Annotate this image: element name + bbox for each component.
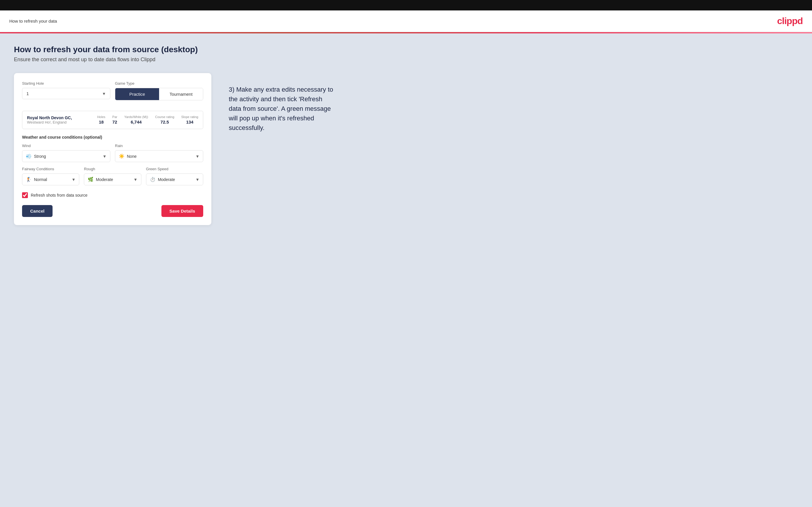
course-location: Westward Ho!, England bbox=[27, 120, 92, 124]
rough-section: Rough 🌿 Moderate ▼ bbox=[84, 167, 141, 185]
conditions-top-row: Wind 💨 Strong ▼ Rain ☀️ None ▼ bbox=[22, 144, 203, 162]
slope-rating-label: Slope rating bbox=[181, 115, 198, 119]
par-stat: Par 72 bbox=[112, 115, 117, 125]
tournament-button[interactable]: Tournament bbox=[159, 88, 203, 100]
button-row: Cancel Save Details bbox=[22, 205, 203, 217]
rain-select[interactable]: ☀️ None ▼ bbox=[115, 150, 203, 162]
rough-value: Moderate bbox=[96, 177, 131, 182]
green-speed-section: Green Speed ⏱️ Moderate ▼ bbox=[146, 167, 203, 185]
refresh-checkbox-row: Refresh shots from data source bbox=[22, 192, 203, 198]
fairway-value: Normal bbox=[34, 177, 69, 182]
top-form-row: Starting Hole 1 ▼ Game Type Practice Tou… bbox=[22, 81, 203, 106]
practice-button[interactable]: Practice bbox=[115, 88, 159, 100]
rain-label: Rain bbox=[115, 144, 203, 148]
page-subtitle: Ensure the correct and most up to date d… bbox=[14, 57, 798, 63]
course-row: Royal North Devon GC, Westward Ho!, Engl… bbox=[22, 111, 203, 129]
game-type-label: Game Type bbox=[115, 81, 203, 86]
top-bar bbox=[0, 0, 812, 10]
fairway-chevron-icon: ▼ bbox=[71, 177, 75, 182]
starting-hole-section: Starting Hole 1 ▼ bbox=[22, 81, 110, 100]
game-type-section: Game Type Practice Tournament bbox=[115, 81, 203, 100]
rain-icon: ☀️ bbox=[119, 154, 124, 159]
starting-hole-select[interactable]: 1 ▼ bbox=[22, 88, 110, 99]
fairway-select[interactable]: 🏌️ Normal ▼ bbox=[22, 173, 79, 185]
yards-stat: Yards/White (M)) 6,744 bbox=[124, 115, 148, 125]
course-rating-value: 72.5 bbox=[160, 119, 169, 124]
course-stats: Holes 18 Par 72 Yards/White (M)) 6,744 C… bbox=[97, 115, 198, 125]
starting-hole-value: 1 bbox=[27, 91, 102, 96]
wind-section: Wind 💨 Strong ▼ bbox=[22, 144, 110, 162]
holes-stat: Holes 18 bbox=[97, 115, 105, 125]
course-info: Royal North Devon GC, Westward Ho!, Engl… bbox=[27, 115, 92, 124]
wind-chevron-icon: ▼ bbox=[102, 154, 107, 159]
course-rating-label: Course rating bbox=[155, 115, 174, 119]
header-title: How to refresh your data bbox=[9, 18, 57, 23]
starting-hole-label: Starting Hole bbox=[22, 81, 110, 86]
conditions-bottom-row: Fairway Conditions 🏌️ Normal ▼ Rough 🌿 M… bbox=[22, 167, 203, 185]
description-text: 3) Make any extra edits necessary to the… bbox=[229, 85, 333, 132]
par-value: 72 bbox=[112, 119, 117, 124]
page-title: How to refresh your data from source (de… bbox=[14, 45, 798, 54]
rain-chevron-icon: ▼ bbox=[195, 154, 199, 159]
course-rating-stat: Course rating 72.5 bbox=[155, 115, 174, 125]
holes-label: Holes bbox=[97, 115, 105, 119]
rough-chevron-icon: ▼ bbox=[134, 177, 138, 182]
rain-section: Rain ☀️ None ▼ bbox=[115, 144, 203, 162]
rough-label: Rough bbox=[84, 167, 141, 171]
slope-rating-stat: Slope rating 134 bbox=[181, 115, 198, 125]
chevron-down-icon: ▼ bbox=[102, 91, 106, 96]
wind-label: Wind bbox=[22, 144, 110, 148]
refresh-checkbox[interactable] bbox=[22, 192, 28, 198]
par-label: Par bbox=[112, 115, 117, 119]
content-row: Starting Hole 1 ▼ Game Type Practice Tou… bbox=[14, 73, 798, 225]
green-speed-select[interactable]: ⏱️ Moderate ▼ bbox=[146, 173, 203, 185]
course-name: Royal North Devon GC, bbox=[27, 115, 92, 120]
holes-value: 18 bbox=[99, 119, 104, 124]
wind-select[interactable]: 💨 Strong ▼ bbox=[22, 150, 110, 162]
green-speed-chevron-icon: ▼ bbox=[195, 177, 199, 182]
fairway-icon: 🏌️ bbox=[26, 177, 32, 182]
yards-value: 6,744 bbox=[131, 119, 142, 124]
green-speed-label: Green Speed bbox=[146, 167, 203, 171]
rough-icon: 🌿 bbox=[88, 177, 94, 182]
save-button[interactable]: Save Details bbox=[161, 205, 203, 217]
cancel-button[interactable]: Cancel bbox=[22, 205, 53, 217]
header: How to refresh your data clippd bbox=[0, 10, 812, 32]
form-card: Starting Hole 1 ▼ Game Type Practice Tou… bbox=[14, 73, 211, 225]
conditions-title: Weather and course conditions (optional) bbox=[22, 135, 203, 139]
wind-icon: 💨 bbox=[26, 154, 32, 159]
green-speed-value: Moderate bbox=[158, 177, 193, 182]
fairway-label: Fairway Conditions bbox=[22, 167, 79, 171]
description-panel: 3) Make any extra edits necessary to the… bbox=[229, 73, 333, 132]
refresh-checkbox-label: Refresh shots from data source bbox=[31, 193, 87, 198]
rough-select[interactable]: 🌿 Moderate ▼ bbox=[84, 173, 141, 185]
green-speed-icon: ⏱️ bbox=[150, 177, 156, 182]
wind-value: Strong bbox=[34, 154, 100, 159]
main-content: How to refresh your data from source (de… bbox=[0, 33, 812, 507]
fairway-section: Fairway Conditions 🏌️ Normal ▼ bbox=[22, 167, 79, 185]
game-type-toggle: Practice Tournament bbox=[115, 88, 203, 100]
logo: clippd bbox=[777, 16, 803, 26]
yards-label: Yards/White (M)) bbox=[124, 115, 148, 119]
slope-rating-value: 134 bbox=[186, 119, 193, 124]
rain-value: None bbox=[127, 154, 193, 159]
